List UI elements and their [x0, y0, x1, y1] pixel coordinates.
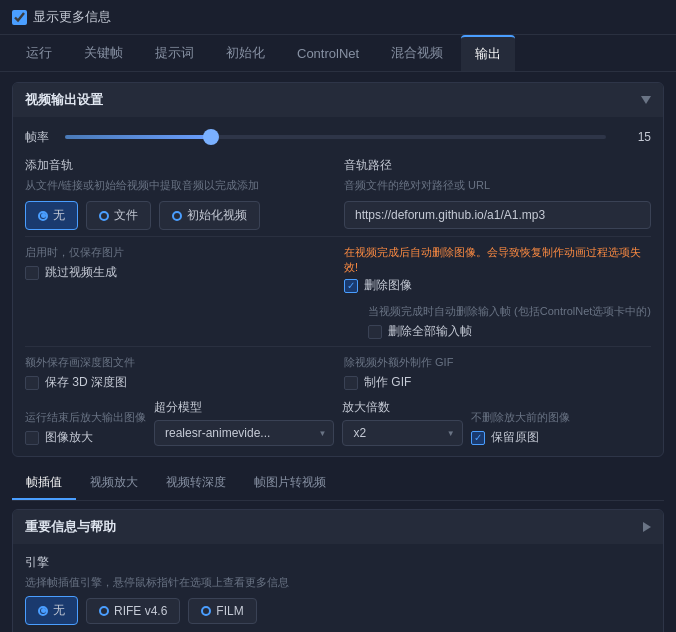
- skip-video-checkmark: [25, 266, 39, 280]
- make-gif-section-label: 除视频外额外制作 GIF: [344, 355, 651, 370]
- audio-row: 添加音轨 从文件/链接或初始给视频中提取音频以完成添加 无 文件: [25, 157, 651, 230]
- tab-init[interactable]: 初始化: [212, 36, 279, 70]
- fps-row: 帧率 15: [25, 127, 651, 147]
- engine-rife-radio[interactable]: RIFE v4.6: [86, 598, 180, 624]
- audio-track-section: 添加音轨 从文件/链接或初始给视频中提取音频以完成添加 无 文件: [25, 157, 332, 230]
- engine-label: 引擎: [25, 554, 651, 571]
- fps-value: 15: [616, 130, 651, 144]
- upscale-model-select[interactable]: realesr-animevide...: [154, 420, 334, 446]
- tab-zoom[interactable]: 视频放大: [76, 467, 152, 500]
- audio-path-section: 音轨路径 音频文件的绝对对路径或 URL: [344, 157, 651, 230]
- show-more-info-label: 显示更多信息: [33, 8, 111, 26]
- tab-keyframes[interactable]: 关键帧: [70, 36, 137, 70]
- audio-initvideo-radio[interactable]: 初始化视频: [159, 201, 260, 230]
- audio-track-label: 添加音轨: [25, 157, 332, 174]
- tab-interp[interactable]: 帧插值: [12, 467, 76, 500]
- tab-hybrid[interactable]: 混合视频: [377, 36, 457, 70]
- upscale-label: 图像放大: [45, 429, 93, 446]
- engine-film-label: FILM: [216, 604, 243, 618]
- info-header[interactable]: 重要信息与帮助: [13, 510, 663, 544]
- keep-original-checkmark: [471, 431, 485, 445]
- delete-frames-row: 当视频完成时自动删除输入帧 (包括ControlNet选项卡中的) 删除全部输入…: [25, 302, 651, 340]
- delete-images-section: 在视频完成后自动删除图像。会导致恢复制作动画过程选项失效! 删除图像: [344, 243, 651, 294]
- engine-sublabel: 选择帧插值引擎，悬停鼠标指针在选项上查看更多信息: [25, 575, 651, 590]
- fps-label: 帧率: [25, 129, 55, 146]
- info-body: 引擎 选择帧插值引擎，悬停鼠标指针在选项上查看更多信息 无 RIFE v4.6 …: [13, 544, 663, 632]
- audio-radio-group: 无 文件 初始化视频: [25, 201, 332, 230]
- tab-output[interactable]: 输出: [461, 35, 515, 71]
- show-more-info-input[interactable]: [12, 10, 27, 25]
- engine-section: 引擎 选择帧插值引擎，悬停鼠标指针在选项上查看更多信息 无 RIFE v4.6 …: [25, 554, 651, 625]
- options-row-1: 启用时，仅保存图片 跳过视频生成 在视频完成后自动删除图像。会导致恢复制作动画过…: [25, 243, 651, 294]
- divider-2: [25, 346, 651, 347]
- audio-none-dot: [38, 211, 48, 221]
- upscale-checkbox[interactable]: 图像放大: [25, 429, 146, 446]
- upscale-scale-select[interactable]: x2: [342, 420, 462, 446]
- upscale-row: 运行结束后放大输出图像 图像放大 超分模型 realesr-animevide.…: [25, 399, 651, 446]
- video-output-body: 帧率 15 添加音轨 从文件/链接或初始给视频中提取音频以完成添加: [13, 117, 663, 456]
- keep-original-label: 保留原图: [491, 429, 539, 446]
- delete-frames-checkbox[interactable]: 删除全部输入帧: [368, 323, 651, 340]
- info-collapse-icon: [643, 522, 651, 532]
- save-3d-checkmark: [25, 376, 39, 390]
- upscale-section: 运行结束后放大输出图像 图像放大: [25, 408, 146, 446]
- tab-controlnet[interactable]: ControlNet: [283, 38, 373, 69]
- audio-file-dot: [99, 211, 109, 221]
- main-content: 视频输出设置 帧率 15 添加音轨 从文件/链接或初始给视频中提取音频: [0, 72, 676, 632]
- fps-slider-track: [65, 135, 606, 139]
- upscale-model-section: 超分模型 realesr-animevide...: [154, 399, 334, 446]
- info-section: 重要信息与帮助 引擎 选择帧插值引擎，悬停鼠标指针在选项上查看更多信息 无 RI…: [12, 509, 664, 632]
- audio-none-radio[interactable]: 无: [25, 201, 78, 230]
- tab-depth[interactable]: 视频转深度: [152, 467, 240, 500]
- save-3d-checkbox[interactable]: 保存 3D 深度图: [25, 374, 332, 391]
- upscale-model-wrapper: realesr-animevide...: [154, 420, 334, 446]
- audio-none-label: 无: [53, 207, 65, 224]
- skip-video-section-label: 启用时，仅保存图片: [25, 245, 332, 260]
- upscale-scale-section: 放大倍数 x2: [342, 399, 462, 446]
- tab-run[interactable]: 运行: [12, 36, 66, 70]
- upscale-model-label: 超分模型: [154, 399, 334, 416]
- fps-slider-fill: [65, 135, 216, 139]
- delete-frames-note: 当视频完成时自动删除输入帧 (包括ControlNet选项卡中的): [368, 304, 651, 319]
- engine-none-label: 无: [53, 602, 65, 619]
- info-title: 重要信息与帮助: [25, 518, 116, 536]
- audio-file-radio[interactable]: 文件: [86, 201, 151, 230]
- engine-rife-label: RIFE v4.6: [114, 604, 167, 618]
- delete-warning-label: 在视频完成后自动删除图像。会导致恢复制作动画过程选项失效!: [344, 245, 651, 275]
- show-more-info-checkbox[interactable]: 显示更多信息: [12, 8, 111, 26]
- fps-slider-thumb[interactable]: [203, 129, 219, 145]
- options-row-2: 额外保存画深度图文件 保存 3D 深度图 除视频外额外制作 GIF 制作 GIF: [25, 353, 651, 391]
- engine-film-radio[interactable]: FILM: [188, 598, 256, 624]
- video-output-header[interactable]: 视频输出设置: [13, 83, 663, 117]
- skip-video-section: 启用时，仅保存图片 跳过视频生成: [25, 243, 332, 294]
- audio-path-label: 音轨路径: [344, 157, 651, 174]
- make-gif-section: 除视频外额外制作 GIF 制作 GIF: [344, 353, 651, 391]
- make-gif-checkmark: [344, 376, 358, 390]
- engine-rife-dot: [99, 606, 109, 616]
- audio-path-input[interactable]: [344, 201, 651, 229]
- skip-video-checkbox[interactable]: 跳过视频生成: [25, 264, 332, 281]
- fps-slider-container[interactable]: [65, 127, 606, 147]
- delete-frames-section: 当视频完成时自动删除输入帧 (包括ControlNet选项卡中的) 删除全部输入…: [368, 302, 651, 340]
- engine-radio-group: 无 RIFE v4.6 FILM: [25, 596, 651, 625]
- engine-none-radio[interactable]: 无: [25, 596, 78, 625]
- save-3d-section: 额外保存画深度图文件 保存 3D 深度图: [25, 353, 332, 391]
- engine-film-dot: [201, 606, 211, 616]
- keep-original-checkbox[interactable]: 保留原图: [471, 429, 651, 446]
- skip-video-label: 跳过视频生成: [45, 264, 117, 281]
- tab-prompts[interactable]: 提示词: [141, 36, 208, 70]
- make-gif-checkbox[interactable]: 制作 GIF: [344, 374, 651, 391]
- video-output-section: 视频输出设置 帧率 15 添加音轨 从文件/链接或初始给视频中提取音频: [12, 82, 664, 457]
- delete-images-label: 删除图像: [364, 277, 412, 294]
- tab-frames[interactable]: 帧图片转视频: [240, 467, 340, 500]
- audio-initvideo-label: 初始化视频: [187, 207, 247, 224]
- delete-images-checkmark: [344, 279, 358, 293]
- nav-tabs: 运行 关键帧 提示词 初始化 ControlNet 混合视频 输出: [0, 35, 676, 72]
- video-output-collapse-icon: [641, 96, 651, 104]
- upscale-checkmark: [25, 431, 39, 445]
- audio-initvideo-dot: [172, 211, 182, 221]
- delete-images-checkbox[interactable]: 删除图像: [344, 277, 651, 294]
- save-3d-label: 保存 3D 深度图: [45, 374, 127, 391]
- keep-original-section: 不删除放大前的图像 保留原图: [471, 408, 651, 446]
- audio-track-sublabel: 从文件/链接或初始给视频中提取音频以完成添加: [25, 178, 332, 193]
